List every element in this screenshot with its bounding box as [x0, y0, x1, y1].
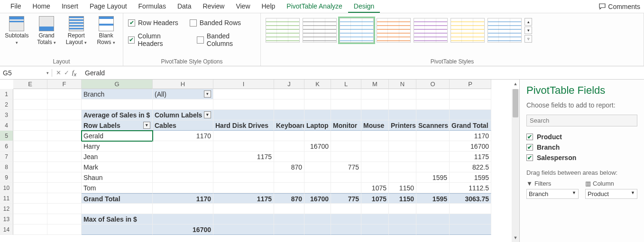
cell[interactable] [82, 99, 153, 110]
cell[interactable] [274, 99, 304, 110]
data-cell[interactable] [331, 172, 361, 183]
cell[interactable] [450, 214, 491, 224]
cell[interactable] [274, 89, 304, 99]
data-cell[interactable] [361, 131, 389, 141]
data-cell[interactable] [274, 172, 304, 183]
tab-data[interactable]: Data [172, 0, 197, 13]
tab-page-layout[interactable]: Page Layout [84, 0, 133, 13]
cell[interactable] [274, 110, 304, 120]
data-cell[interactable] [153, 141, 213, 152]
tab-review[interactable]: Review [197, 0, 230, 13]
data-cell[interactable] [331, 183, 361, 193]
data-cell[interactable] [213, 172, 274, 183]
data-cell[interactable] [416, 131, 450, 141]
data-cell[interactable]: 1170 [450, 131, 491, 141]
cell[interactable] [361, 224, 389, 235]
cell[interactable] [331, 204, 361, 214]
data-cell[interactable] [389, 131, 416, 141]
cell[interactable] [450, 89, 491, 99]
grand-total-label[interactable]: Grand Total [82, 193, 153, 204]
cell[interactable] [304, 99, 331, 110]
cell[interactable] [361, 89, 389, 99]
cell[interactable] [361, 214, 389, 224]
scrollbar-thumb[interactable] [513, 89, 518, 117]
cell[interactable] [450, 99, 491, 110]
data-cell[interactable]: 1075 [361, 183, 389, 193]
gallery-nav[interactable]: ▾ [524, 27, 532, 34]
cell[interactable] [47, 214, 82, 224]
column-header-cell[interactable]: Laptop [304, 120, 331, 131]
cell[interactable] [304, 214, 331, 224]
column-header[interactable]: F [47, 80, 82, 89]
filters-area[interactable]: ▼Filters Branch▼ [526, 180, 579, 199]
row-header[interactable]: 11 [0, 193, 13, 204]
cell[interactable] [331, 224, 361, 235]
dropdown-icon[interactable]: ▾ [204, 111, 211, 118]
vertical-scrollbar[interactable]: ▲ ▼ [512, 89, 519, 242]
pivot-style-swatch[interactable] [266, 18, 300, 43]
data-cell[interactable]: 1595 [450, 172, 491, 183]
banded-columns-checkbox[interactable]: Banded Columns [197, 32, 256, 47]
cell[interactable] [13, 89, 47, 99]
tab-file[interactable]: File [5, 0, 27, 13]
cell[interactable] [13, 224, 47, 235]
gallery-nav[interactable]: ▿ [524, 35, 532, 43]
column-header[interactable]: G [82, 80, 153, 89]
cell[interactable] [304, 204, 331, 214]
cell[interactable] [213, 224, 274, 235]
row-header[interactable]: 4 [0, 120, 13, 131]
column-header[interactable]: P [450, 80, 491, 89]
column-header-cell[interactable]: Grand Total [450, 120, 491, 131]
row-header[interactable]: 6 [0, 141, 13, 152]
cell[interactable] [82, 224, 153, 235]
grand-totals-button[interactable]: GrandTotals ▾ [35, 16, 59, 46]
tab-design[interactable]: Design [348, 0, 380, 13]
data-cell[interactable] [274, 131, 304, 141]
cell[interactable] [331, 99, 361, 110]
data-cell[interactable]: 1112.5 [450, 183, 491, 193]
column-labels[interactable]: Column Labels▾ [153, 110, 213, 120]
row-header[interactable]: 5 [0, 131, 13, 141]
cell[interactable] [47, 99, 82, 110]
fields-search-input[interactable] [526, 115, 637, 126]
row-label-cell[interactable]: Jean [82, 152, 153, 162]
data-cell[interactable] [304, 172, 331, 183]
cell[interactable] [304, 110, 331, 120]
cell[interactable] [47, 172, 82, 183]
accept-formula-icon[interactable]: ✓ [64, 69, 69, 76]
row-header[interactable]: 10 [0, 183, 13, 193]
subtotals-button[interactable]: Subtotals ▾ [5, 16, 29, 46]
grand-total-cell[interactable]: 3063.75 [450, 193, 491, 204]
cell[interactable] [450, 224, 491, 235]
data-cell[interactable]: 870 [274, 162, 304, 172]
data-cell[interactable]: 775 [331, 162, 361, 172]
column-headers-checkbox[interactable]: Column Headers [128, 32, 185, 47]
row-header[interactable]: 2 [0, 99, 13, 110]
values-label[interactable]: Average of Sales in $ [82, 110, 153, 120]
tab-help[interactable]: Help [256, 0, 281, 13]
cell[interactable] [153, 214, 213, 224]
row-header[interactable]: 9 [0, 172, 13, 183]
data-cell[interactable] [213, 141, 274, 152]
filters-area-item[interactable]: Branch▼ [526, 189, 579, 199]
cell[interactable] [153, 99, 213, 110]
cell[interactable] [304, 89, 331, 99]
comments-button[interactable]: Comments [598, 3, 640, 10]
field-salesperson[interactable]: Salesperson [526, 154, 637, 161]
pivot-style-swatch[interactable] [377, 18, 411, 43]
cell[interactable] [331, 214, 361, 224]
data-cell[interactable] [331, 131, 361, 141]
data-cell[interactable]: 1595 [416, 172, 450, 183]
row-headers-checkbox[interactable]: Row Headers [128, 19, 178, 27]
cell[interactable] [47, 141, 82, 152]
field-product[interactable]: Product [526, 133, 637, 141]
cell[interactable] [13, 172, 47, 183]
scroll-down-icon[interactable]: ▼ [512, 235, 519, 242]
cell[interactable] [13, 162, 47, 172]
grand-total-cell[interactable]: 870 [274, 193, 304, 204]
cell[interactable] [13, 99, 47, 110]
row-label-cell[interactable]: Gerald [82, 131, 153, 141]
cell[interactable] [13, 214, 47, 224]
cell[interactable] [450, 110, 491, 120]
data-cell[interactable] [153, 183, 213, 193]
